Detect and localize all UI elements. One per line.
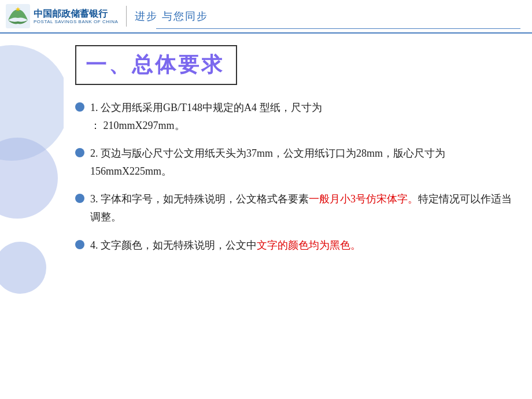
item-text: 1. 公文用纸采用GB/T148中规定的A4 型纸，尺寸为 ： 210mmX29… [90, 99, 515, 134]
content-list: 1. 公文用纸采用GB/T148中规定的A4 型纸，尺寸为 ： 210mmX29… [75, 99, 515, 254]
section-title: 一、总体要求 [86, 53, 224, 76]
list-item: 4. 文字颜色，如无特殊说明，公文中文字的颜色均为黑色。 [75, 237, 515, 254]
item1-line1: 1. 公文用纸采用GB/T148中规定的A4 型纸，尺寸为 [90, 102, 322, 113]
bullet-icon [75, 102, 84, 112]
item3-red: 一般月小3号仿宋体字。 [309, 193, 418, 205]
bullet-icon [75, 194, 84, 203]
item2-text: 2. 页边与版心尺寸公文用纸天头为37mm，公文用纸订口为28mm，版心尺寸为1… [90, 147, 445, 177]
item1-line2: ： 210mmX297mm。 [90, 120, 185, 131]
left-decoration [0, 34, 64, 399]
section-title-box: 一、总体要求 [75, 45, 237, 85]
logo-area: 中国邮政储蓄银行 POSTAL SAVINGS BANK OF CHINA [6, 4, 118, 28]
slogan-underline [156, 28, 520, 29]
deco-circle-medium [0, 138, 58, 219]
header: 中国邮政储蓄银行 POSTAL SAVINGS BANK OF CHINA 进步… [0, 0, 532, 34]
item3-before: 3. 字体和字号，如无特殊说明，公文格式各要素 [90, 193, 309, 205]
deco-circle-small [0, 242, 46, 294]
list-item: 3. 字体和字号，如无特殊说明，公文格式各要素一般月小3号仿宋体字。特定情况可以… [75, 190, 515, 226]
list-item: 1. 公文用纸采用GB/T148中规定的A4 型纸，尺寸为 ： 210mmX29… [75, 99, 515, 134]
list-item: 2. 页边与版心尺寸公文用纸天头为37mm，公文用纸订口为28mm，版心尺寸为1… [75, 145, 515, 180]
bullet-icon [75, 240, 84, 249]
bullet-icon [75, 148, 84, 157]
bank-name-en: POSTAL SAVINGS BANK OF CHINA [34, 19, 118, 24]
bank-name-block: 中国邮政储蓄银行 POSTAL SAVINGS BANK OF CHINA [34, 8, 118, 24]
bank-name-zh: 中国邮政储蓄银行 [34, 8, 118, 19]
item-text: 4. 文字颜色，如无特殊说明，公文中文字的颜色均为黑色。 [90, 237, 515, 254]
item-text: 3. 字体和字号，如无特殊说明，公文格式各要素一般月小3号仿宋体字。特定情况可以… [90, 190, 515, 226]
main-content: 一、总体要求 1. 公文用纸采用GB/T148中规定的A4 型纸，尺寸为 ： 2… [64, 34, 532, 399]
item4-red: 文字的颜色均为黑色。 [257, 239, 361, 251]
header-slogan: 进步 与您同步 [135, 9, 208, 23]
header-divider [126, 6, 127, 27]
item-text: 2. 页边与版心尺寸公文用纸天头为37mm，公文用纸订口为28mm，版心尺寸为1… [90, 145, 515, 180]
item4-before: 4. 文字颜色，如无特殊说明，公文中 [90, 239, 257, 251]
bank-logo-icon [6, 4, 30, 28]
